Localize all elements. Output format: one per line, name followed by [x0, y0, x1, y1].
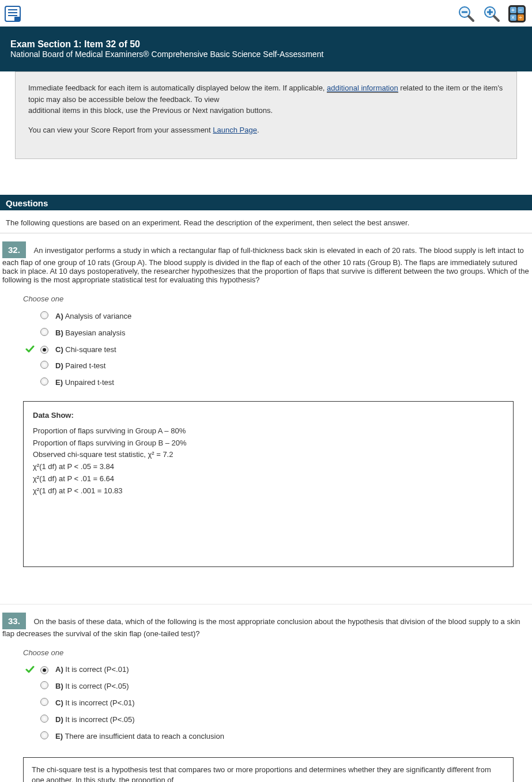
questions-label: Questions [6, 198, 48, 208]
q32-options: A) Analysis of variance B) Bayesian anal… [2, 308, 530, 391]
radio-D[interactable] [40, 715, 48, 723]
calculator-icon[interactable]: + − × ÷ [507, 3, 527, 24]
questions-section-bar: Questions [0, 195, 532, 210]
correct-check-icon [25, 665, 35, 674]
radio-E[interactable] [40, 731, 48, 739]
inst-p3-lead: You can view your Score Report from your… [28, 126, 213, 134]
q32-option-C[interactable]: C) Chi-square test [25, 341, 530, 357]
q33-optE-label: There are insufficient data to reach a c… [65, 732, 224, 741]
zoom-out-icon[interactable] [456, 3, 477, 24]
q33-optB-label: It is correct (P<.05) [65, 682, 129, 690]
radio-E[interactable] [40, 377, 48, 386]
exam-title: Exam Section 1: Item 32 of 50 [10, 39, 140, 49]
q33-option-C[interactable]: C) It is incorrect (P<.01) [25, 694, 530, 711]
question-text: On the basis of these data, which of the… [2, 617, 520, 638]
inst-lead: Immediate feedback for each item is auto… [28, 84, 325, 92]
radio-B[interactable] [40, 328, 48, 336]
q32-optD-label: Paired t-test [65, 361, 105, 370]
data-line: Observed chi-square test statistic, χ² =… [33, 449, 504, 461]
question-32: 32. An investigator performs a study in … [0, 233, 532, 582]
svg-text:÷: ÷ [519, 14, 522, 21]
radio-D[interactable] [40, 361, 48, 369]
svg-text:−: − [519, 7, 522, 13]
top-toolbar: + − × ÷ [0, 0, 532, 27]
q32-option-D[interactable]: D) Paired t-test [25, 357, 530, 374]
q32-option-E[interactable]: E) Unpaired t-test [25, 374, 530, 391]
radio-A[interactable] [40, 666, 48, 674]
choose-one-label: Choose one [2, 638, 530, 662]
svg-rect-4 [14, 17, 20, 21]
q32-optA-label: Analysis of variance [65, 312, 132, 320]
feedback-text: The chi-square test is a hypothesis test… [32, 765, 491, 782]
data-line: χ²(1 df) at P < .05 = 3.84 [33, 461, 504, 473]
q33-optC-label: It is incorrect (P<.01) [65, 698, 134, 707]
inst-p2: additional items in this block, use the … [28, 106, 273, 115]
question-text: An investigator performs a study in whic… [2, 246, 529, 284]
questions-intro: The following questions are based on an … [0, 210, 532, 233]
exam-header: Exam Section 1: Item 32 of 50 National B… [0, 27, 532, 71]
feedback-box: The chi-square test is a hypothesis test… [23, 757, 514, 782]
q32-optB-label: Bayesian analysis [65, 328, 125, 337]
question-number: 33. [2, 613, 26, 629]
launch-page-link[interactable]: Launch Page [213, 126, 257, 134]
q33-option-A[interactable]: A) It is correct (P<.01) [25, 662, 530, 678]
radio-A[interactable] [40, 311, 48, 319]
q33-option-E[interactable]: E) There are insufficient data to reach … [25, 728, 530, 745]
data-show-box: Data Show: Proportion of flaps surviving… [23, 401, 514, 567]
question-number: 32. [2, 241, 26, 258]
q33-option-B[interactable]: B) It is correct (P<.05) [25, 678, 530, 694]
data-box-title: Data Show: [33, 410, 504, 422]
svg-line-11 [494, 16, 499, 21]
zoom-in-icon[interactable] [481, 3, 502, 24]
notes-icon[interactable] [2, 3, 23, 24]
q32-option-B[interactable]: B) Bayesian analysis [25, 324, 530, 341]
instruction-box: Immediate feedback for each item is auto… [15, 71, 517, 159]
data-line: χ²(1 df) at P < .01 = 6.64 [33, 473, 504, 485]
data-line: χ²(1 df) at P < .001 = 10.83 [33, 485, 504, 497]
data-line: Proportion of flaps surviving in Group B… [33, 437, 504, 449]
svg-line-7 [469, 16, 473, 21]
choose-one-label: Choose one [2, 284, 530, 308]
svg-text:×: × [511, 14, 515, 21]
q33-options: A) It is correct (P<.01) B) It is correc… [2, 662, 530, 745]
radio-C[interactable] [40, 346, 48, 354]
correct-check-icon [25, 345, 35, 354]
additional-info-link[interactable]: additional information [327, 84, 398, 93]
svg-text:+: + [511, 7, 515, 13]
q33-option-D[interactable]: D) It is incorrect (P<.05) [25, 711, 530, 728]
q33-optD-label: It is incorrect (P<.05) [65, 715, 134, 724]
radio-C[interactable] [40, 698, 48, 706]
radio-B[interactable] [40, 681, 48, 689]
q32-option-A[interactable]: A) Analysis of variance [25, 308, 530, 324]
question-33: 33. On the basis of these data, which of… [0, 605, 532, 782]
q33-optA-label: It is correct (P<.01) [65, 665, 129, 674]
data-line: Proportion of flaps surviving in Group A… [33, 425, 504, 437]
exam-subtitle: National Board of Medical Examiners® Com… [10, 50, 323, 59]
q32-optC-label: Chi-square test [65, 345, 116, 354]
inst-p3-tail: . [257, 126, 259, 134]
q32-optE-label: Unpaired t-test [65, 378, 114, 387]
